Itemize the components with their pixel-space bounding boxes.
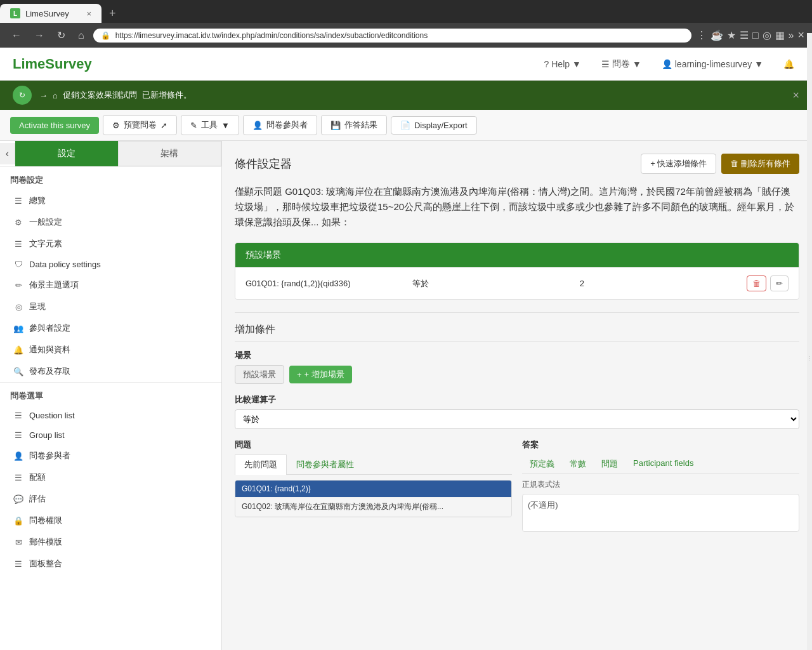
scene-section: 場景 預設場景 + + 增加場景: [235, 350, 799, 384]
sidebar-item-label: 配額: [29, 472, 46, 483]
question-tabs: 先前問題 問卷參與者屬性: [235, 454, 512, 475]
scenario-header: 預設場景: [235, 243, 799, 267]
survey-menu-section-title: 問卷選單: [0, 382, 221, 406]
new-tab-button[interactable]: +: [102, 7, 124, 20]
sidebar-item-panel-integration[interactable]: ☰ 面板整合: [0, 553, 221, 574]
tab-structure[interactable]: 架構: [118, 141, 222, 166]
scene-label: 場景: [235, 350, 799, 361]
bell-icon: 🔔: [783, 59, 794, 69]
sidebar-collapse-button[interactable]: ‹: [0, 143, 15, 164]
preview-label: 預覽問卷: [124, 119, 157, 131]
question-list-item[interactable]: G01Q01: {rand(1,2)}: [235, 481, 511, 498]
edit-condition-button[interactable]: ✏: [770, 275, 789, 291]
close-tab-button[interactable]: ×: [86, 9, 91, 18]
help-nav-item[interactable]: ? Help ▼: [539, 56, 586, 72]
sidebar-item-participants[interactable]: 👤 問卷參與者: [0, 445, 221, 467]
url-text: https://limesurvey.imacat.idv.tw/index.p…: [115, 31, 684, 40]
user-nav-item[interactable]: 👤 learning-limesurvey ▼: [657, 56, 768, 72]
bookmark-icon[interactable]: ★: [727, 29, 736, 41]
container-icon[interactable]: ◎: [763, 29, 771, 41]
scenario-operator-cell: 等於: [412, 278, 579, 289]
sidebar-item-label: 面板整合: [29, 558, 62, 569]
sidebar-item-assessment[interactable]: 💬 評估: [0, 488, 221, 510]
condition-editor-header: 條件設定器 + 快速添增條件 🗑 刪除所有條件: [235, 154, 799, 174]
sidebar-item-notifications[interactable]: 🔔 通知與資料: [0, 339, 221, 361]
tab-settings[interactable]: 設定: [15, 141, 118, 166]
activate-survey-button[interactable]: Activate this survey: [10, 117, 99, 134]
preview-survey-button[interactable]: ⚙ 預覽問卷 ➚: [103, 115, 177, 135]
regex-label: 正規表式法: [522, 479, 799, 490]
sidebar-item-group-list[interactable]: ☰ Group list: [0, 425, 221, 445]
scene-row: 預設場景 + + 增加場景: [235, 365, 799, 384]
user-label: learning-limesurvey: [675, 59, 752, 69]
active-browser-tab[interactable]: L LimeSurvey ×: [0, 4, 102, 23]
participants-button[interactable]: 👤 問卷參與者: [243, 115, 317, 135]
publish-icon: 🔍: [13, 367, 24, 376]
notification-spinner-icon: ↻: [13, 86, 32, 105]
question-list-item-label: G01Q01: {rand(1,2)}: [242, 484, 311, 493]
sidebar-item-presentation[interactable]: ◎ 呈現: [0, 296, 221, 317]
bell-nav-item[interactable]: 🔔: [778, 56, 799, 72]
survey-name-text: 促銷文案效果測試問: [63, 90, 137, 101]
help-chevron-icon: ▼: [572, 59, 581, 69]
browser-close-button[interactable]: ×: [797, 29, 804, 42]
question-list-item[interactable]: G01Q02: 玻璃海岸位在宜蘭縣南方澳漁港及內埤海岸(俗稱...: [235, 498, 511, 517]
lock-icon: 🔒: [101, 31, 110, 40]
participants-label: 問卷參與者: [266, 119, 308, 131]
sidebar-item-label: 發布及存取: [29, 366, 70, 377]
reload-button[interactable]: ↻: [53, 27, 69, 44]
tools-button[interactable]: ✎ 工具 ▼: [181, 115, 239, 135]
tools-chevron-icon: ▼: [221, 121, 230, 130]
add-scenario-button[interactable]: + + 增加場景: [289, 366, 352, 383]
url-bar[interactable]: 🔒 https://limesurvey.imacat.idv.tw/index…: [93, 29, 691, 43]
sidebar-item-label: 一般設定: [29, 216, 62, 228]
responses-button[interactable]: 💾 作答結果: [321, 115, 387, 135]
library-icon[interactable]: ☰: [740, 29, 749, 41]
sidebar-item-quota[interactable]: ☰ 配額: [0, 467, 221, 488]
answer-tab-participant[interactable]: Participant fields: [625, 454, 701, 474]
synced-tabs-icon[interactable]: □: [752, 30, 759, 41]
app-logo[interactable]: LimeSurvey: [13, 56, 539, 72]
overflow-icon[interactable]: »: [789, 30, 794, 41]
shield-icon: 🛡: [13, 260, 24, 269]
home-button[interactable]: ⌂: [74, 27, 88, 44]
sidebar-item-label: Group list: [29, 430, 65, 440]
delete-all-conditions-button[interactable]: 🗑 刪除所有條件: [721, 154, 799, 174]
sidebar-item-general-settings[interactable]: ⚙ 一般設定: [0, 211, 221, 233]
sidebar-item-theme[interactable]: ✏ 佈景主題選項: [0, 274, 221, 296]
sidebar-item-permissions[interactable]: 🔒 問卷權限: [0, 510, 221, 531]
answer-tab-constant[interactable]: 常數: [562, 454, 594, 474]
back-button[interactable]: ←: [8, 27, 25, 44]
extensions-icon[interactable]: ⋮: [697, 29, 707, 41]
sidebar-item-label: 問卷參與者: [29, 450, 70, 461]
tab-prev-question[interactable]: 先前問題: [235, 454, 287, 475]
forward-button[interactable]: →: [30, 27, 48, 44]
section-actions: + 快速添增條件 🗑 刪除所有條件: [641, 154, 799, 174]
sidebar-item-participants-settings[interactable]: 👥 參與者設定: [0, 317, 221, 339]
sidebar-toggle: ‹ 設定 架構: [0, 141, 221, 166]
operator-select[interactable]: 等於: [235, 410, 799, 428]
answer-tab-default[interactable]: 預定義: [522, 454, 562, 474]
sidebar-item-text-elements[interactable]: ☰ 文字元素: [0, 233, 221, 255]
sidebar-item-question-list[interactable]: ☰ Question list: [0, 406, 221, 425]
shield-icon: ☕: [710, 29, 723, 41]
responses-icon: 💾: [331, 121, 341, 130]
sidebar-item-publish[interactable]: 🔍 發布及存取: [0, 361, 221, 382]
delete-condition-button[interactable]: 🗑: [747, 275, 766, 291]
main-content: 條件設定器 + 快速添增條件 🗑 刪除所有條件 僅顯示問題 G01Q03: 玻璃…: [222, 141, 812, 650]
notification-close-button[interactable]: ×: [792, 89, 799, 102]
answer-tab-question[interactable]: 問題: [594, 454, 625, 474]
sidebar-item-data-policy[interactable]: 🛡 Data policy settings: [0, 255, 221, 274]
quick-add-condition-button[interactable]: + 快速添增條件: [641, 154, 716, 174]
condition-editor-title: 條件設定器: [235, 156, 292, 171]
questions-nav-item[interactable]: ☰ 問卷 ▼: [596, 56, 646, 72]
tab-title: LimeSurvey: [25, 9, 69, 18]
default-scenario-button[interactable]: 預設場景: [235, 365, 284, 384]
display-export-button[interactable]: 📄 Display/Export: [391, 116, 477, 135]
operator-select-wrapper: 等於: [235, 409, 799, 429]
operator-label: 比較運算子: [235, 394, 799, 406]
sidebar-item-email-templates[interactable]: ✉ 郵件模版: [0, 531, 221, 553]
addons-icon[interactable]: ▦: [775, 29, 785, 41]
tab-participants-attr[interactable]: 問卷參與者屬性: [287, 454, 363, 474]
sidebar-item-overview[interactable]: ☰ 總覽: [0, 190, 221, 211]
